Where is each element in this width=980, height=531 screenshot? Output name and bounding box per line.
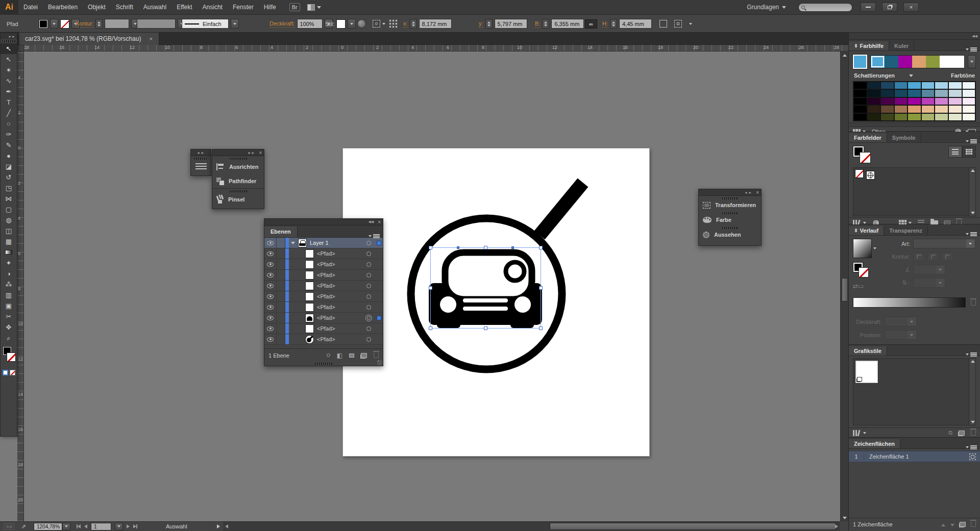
variation-color-swatch[interactable] (867, 82, 881, 89)
scroll-down-arrow[interactable] (969, 210, 976, 216)
lock-toggle[interactable] (277, 270, 285, 280)
restore-button[interactable] (882, 3, 897, 12)
gradient-slider[interactable] (853, 297, 966, 308)
column-graph-tool[interactable]: ▥ (1, 290, 17, 300)
layer-thumbnail[interactable] (305, 292, 314, 301)
graphic-style-dropdown[interactable] (348, 19, 356, 29)
artboard-name[interactable]: Zeichenfläche 1 (864, 453, 965, 460)
selection-handle-w[interactable] (429, 286, 432, 290)
zoom-level-field[interactable]: 1204,78% (34, 523, 62, 530)
blend-tool[interactable]: ◑ (1, 268, 17, 279)
brushes-panel-button[interactable]: Pinsel (212, 192, 264, 207)
registration-swatch[interactable] (866, 171, 875, 180)
visibility-toggle[interactable] (264, 270, 277, 280)
delete-artboard-icon[interactable] (971, 521, 976, 527)
search-input[interactable] (798, 3, 852, 12)
selection-handle-sw[interactable] (429, 326, 432, 330)
ellipse-tool[interactable]: ○ (1, 118, 17, 129)
panel-header[interactable]: ►►× (212, 149, 264, 156)
gradient-stroke-proxy[interactable] (859, 267, 869, 277)
gradient-opacity-select[interactable] (885, 317, 917, 326)
stroke-weight-field[interactable] (105, 19, 129, 29)
scroll-up-arrow[interactable] (969, 168, 976, 173)
transform-options-icon[interactable] (659, 20, 667, 28)
target-circle[interactable] (362, 262, 375, 267)
gradient-angle-select[interactable] (913, 265, 946, 274)
lock-toggle[interactable] (277, 281, 285, 291)
variation-color-swatch[interactable] (908, 82, 921, 89)
layer-thumbnail[interactable] (305, 314, 314, 322)
harmony-color-swatch[interactable] (926, 56, 940, 68)
variation-color-swatch[interactable] (894, 105, 908, 113)
stroke-proxy-swatch[interactable] (860, 152, 871, 163)
lock-toggle[interactable] (277, 334, 285, 344)
scroll-down-arrow[interactable] (969, 419, 976, 425)
draw-normal-mode-icon[interactable] (3, 370, 8, 375)
variation-color-swatch[interactable] (962, 82, 976, 89)
select-similar-icon[interactable] (373, 20, 380, 28)
gradient-aspect-select[interactable] (913, 278, 946, 288)
layers-close-icon[interactable]: × (378, 219, 381, 225)
swatch-list-scrollbar[interactable] (969, 168, 975, 216)
gradient-thumbnail[interactable] (853, 239, 872, 258)
style-libraries-dropdown[interactable] (863, 432, 866, 434)
mesh-tool[interactable]: ▦ (1, 236, 17, 247)
new-layer-icon[interactable] (361, 353, 367, 358)
fill-color-swatch[interactable] (39, 19, 48, 29)
color-variations-grid[interactable] (853, 81, 976, 121)
height-field[interactable]: 4,45 mm (619, 19, 652, 29)
dock-collapse-header[interactable]: ◀◀ (849, 33, 980, 40)
target-circle[interactable] (362, 326, 375, 331)
default-graphic-style[interactable] (855, 361, 878, 383)
gradient-fill-stroke-proxy[interactable] (853, 262, 873, 280)
variation-color-swatch[interactable] (948, 89, 962, 97)
layer-thumbnail[interactable] (298, 239, 307, 247)
next-artboard-button[interactable] (127, 523, 130, 529)
variable-width-profile-field[interactable] (137, 19, 176, 29)
layer-row-main[interactable]: Layer 1 (289, 239, 362, 247)
layer-row-main[interactable]: <Pfad> (289, 282, 362, 290)
delete-layer-icon[interactable] (374, 352, 379, 358)
variation-color-swatch[interactable] (867, 113, 881, 121)
break-link-style-icon[interactable]: ⧉ (948, 429, 952, 436)
menu-item-effekt[interactable]: Effekt (172, 0, 197, 15)
visibility-toggle[interactable] (264, 334, 277, 344)
mini-dock-header[interactable]: ►► (191, 149, 211, 156)
first-artboard-button[interactable] (77, 523, 81, 529)
brush-definition-dropdown[interactable] (231, 19, 239, 29)
lock-toggle[interactable] (277, 302, 285, 312)
reference-point-grid[interactable] (389, 19, 398, 28)
menu-item-fenster[interactable]: Fenster (228, 0, 259, 15)
tab-grafikstile[interactable]: Grafikstile (849, 346, 887, 356)
variation-color-swatch[interactable] (948, 113, 962, 121)
layer-label[interactable]: <Pfad> (317, 293, 335, 299)
gradient-position-select[interactable] (885, 330, 917, 340)
close-button[interactable]: × (903, 3, 919, 12)
tab-ebenen[interactable]: Ebenen (264, 226, 298, 237)
rotate-tool[interactable]: ↺ (1, 172, 17, 183)
variation-color-swatch[interactable] (935, 89, 948, 97)
layout-switcher-icon[interactable] (307, 4, 321, 11)
variation-color-swatch[interactable] (853, 105, 867, 113)
lock-toggle[interactable] (277, 291, 285, 301)
horizontal-scrollbar[interactable] (223, 521, 840, 531)
tab-kuler[interactable]: Kuler (889, 41, 914, 50)
variation-color-swatch[interactable] (853, 113, 867, 121)
panel-drag-handle[interactable] (722, 212, 738, 214)
variation-color-swatch[interactable] (921, 97, 935, 105)
tab-farbfelder[interactable]: Farbfelder (849, 133, 887, 142)
selection-handle-ne[interactable] (539, 246, 543, 249)
artboard[interactable] (342, 148, 650, 457)
layer-row[interactable]: <Pfad> (264, 281, 383, 291)
transform-more-dropdown[interactable] (689, 23, 692, 25)
previous-artboard-button[interactable] (84, 523, 87, 529)
workspace-switcher[interactable]: Grundlagen (747, 4, 786, 11)
panel-close-icon[interactable]: × (259, 150, 262, 156)
height-stepper[interactable] (610, 19, 617, 29)
panel-drag-handle[interactable] (722, 197, 738, 199)
delete-graphic-style-icon[interactable] (971, 430, 976, 436)
variations-label[interactable]: Schattierungen (854, 72, 895, 79)
opacity-label[interactable]: Deckkraft: (270, 20, 295, 28)
layer-row[interactable]: <Pfad> (264, 259, 383, 270)
variation-color-swatch[interactable] (908, 113, 921, 121)
